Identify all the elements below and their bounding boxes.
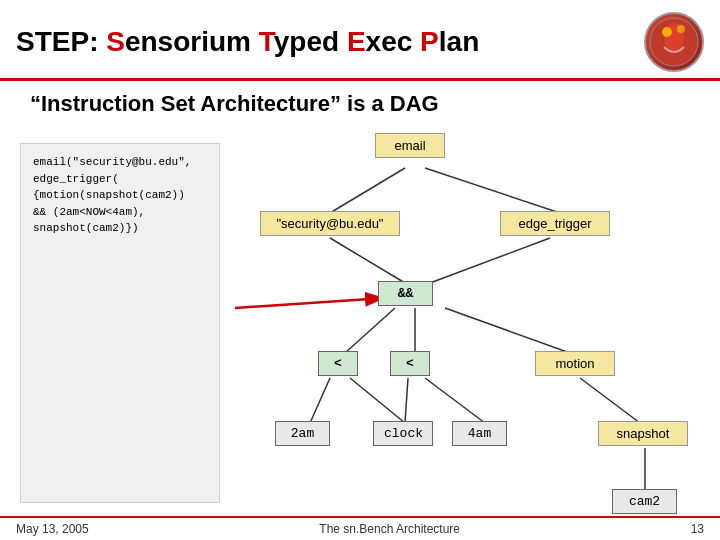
- main-content: email("security@bu.edu", edge_trigger( {…: [0, 123, 720, 503]
- node-clock: clock: [373, 421, 433, 446]
- node-2am: 2am: [275, 421, 330, 446]
- e-letter: E: [347, 26, 366, 57]
- code-line-3: {motion(snapshot(cam2)): [33, 187, 207, 204]
- svg-line-6: [330, 238, 405, 283]
- svg-line-4: [330, 168, 405, 213]
- node-lt1: <: [318, 351, 358, 376]
- node-4am: 4am: [452, 421, 507, 446]
- dag-diagram: email "security@bu.edu" edge_trigger && …: [230, 123, 700, 503]
- code-line-4: && (2am<NOW<4am),: [33, 204, 207, 221]
- node-lt2: <: [390, 351, 430, 376]
- svg-line-18: [235, 298, 385, 308]
- svg-line-13: [405, 378, 408, 423]
- logo: [644, 12, 704, 72]
- footer-date: May 13, 2005: [16, 522, 89, 536]
- node-cam2: cam2: [612, 489, 677, 514]
- svg-line-12: [350, 378, 405, 423]
- code-box: email("security@bu.edu", edge_trigger( {…: [20, 143, 220, 503]
- header: STEP: Sensorium Typed Exec Plan: [0, 0, 720, 81]
- header-title: STEP: Sensorium Typed Exec Plan: [16, 26, 479, 58]
- svg-line-15: [580, 378, 640, 423]
- svg-line-10: [445, 308, 570, 353]
- node-security: "security@bu.edu": [260, 211, 400, 236]
- p-letter: P: [420, 26, 439, 57]
- svg-line-5: [425, 168, 560, 213]
- svg-line-11: [310, 378, 330, 423]
- svg-point-2: [662, 27, 672, 37]
- code-line-1: email("security@bu.edu",: [33, 154, 207, 171]
- svg-line-14: [425, 378, 485, 423]
- node-snapshot: snapshot: [598, 421, 688, 446]
- footer: May 13, 2005 The sn.Bench Architecture 1…: [0, 516, 720, 540]
- code-line-5: snapshot(cam2)}): [33, 220, 207, 237]
- svg-line-7: [430, 238, 550, 283]
- footer-page: 13: [691, 522, 704, 536]
- node-edge-trigger: edge_trigger: [500, 211, 610, 236]
- dag-svg: [230, 123, 700, 503]
- svg-line-8: [345, 308, 395, 353]
- subtitle: “Instruction Set Architecture” is a DAG: [0, 81, 720, 123]
- node-email: email: [375, 133, 445, 158]
- node-motion: motion: [535, 351, 615, 376]
- footer-center: The sn.Bench Architecture: [319, 522, 460, 536]
- node-and: &&: [378, 281, 433, 306]
- s-letter: S: [106, 26, 125, 57]
- code-line-2: edge_trigger(: [33, 171, 207, 188]
- t-letter: T: [259, 26, 274, 57]
- svg-point-3: [677, 25, 685, 33]
